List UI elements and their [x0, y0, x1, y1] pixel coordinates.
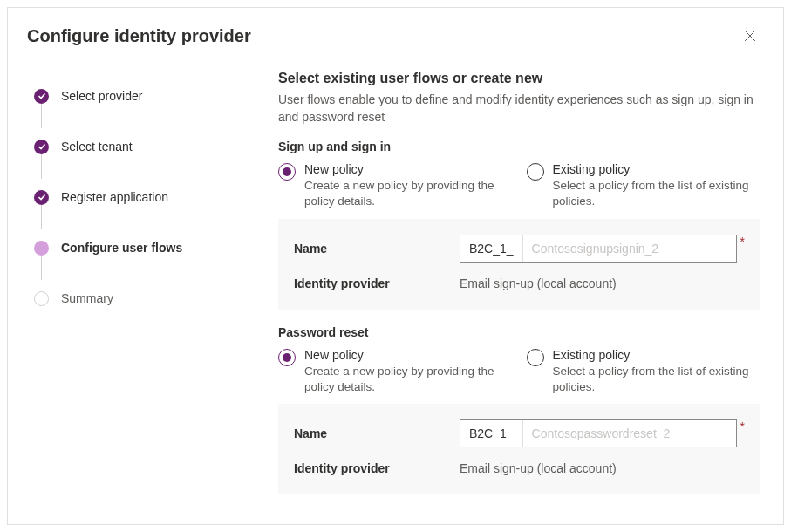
radio-label: Existing policy — [553, 162, 761, 176]
close-button[interactable] — [736, 22, 764, 50]
signup-policy-choice: New policy Create a new policy by provid… — [278, 162, 760, 209]
radio-description: Select a policy from the list of existin… — [553, 364, 761, 395]
step-label: Select provider — [61, 89, 142, 103]
reset-form: Name B2C_1_ * Identity provider Email si… — [278, 404, 760, 494]
step-select-tenant[interactable]: Select tenant — [34, 121, 243, 172]
section-title-reset: Password reset — [278, 325, 760, 339]
signup-name-input-wrap: B2C_1_ — [460, 235, 737, 263]
radio-label: Existing policy — [553, 348, 761, 362]
current-step-icon — [34, 241, 49, 256]
signup-idp-row: Identity provider Email sign-up (local a… — [294, 269, 745, 297]
reset-idp-row: Identity provider Email sign-up (local a… — [294, 454, 745, 482]
main-content: Select existing user flows or create new… — [252, 58, 783, 525]
configure-idp-panel: Configure identity provider Select provi… — [7, 7, 784, 525]
panel-header: Configure identity provider — [8, 8, 783, 58]
check-icon — [34, 89, 49, 104]
signup-new-policy-radio[interactable]: New policy Create a new policy by provid… — [278, 162, 513, 209]
reset-name-row: Name B2C_1_ * — [294, 413, 745, 454]
input-prefix: B2C_1_ — [460, 420, 523, 447]
step-label: Register application — [61, 190, 168, 204]
signup-name-row: Name B2C_1_ * — [294, 228, 745, 269]
step-label: Select tenant — [61, 140, 133, 153]
pending-step-icon — [34, 291, 49, 306]
radio-description: Create a new policy by providing the pol… — [304, 364, 513, 395]
step-summary[interactable]: Summary — [34, 273, 243, 324]
radio-label: New policy — [304, 348, 513, 362]
field-label: Identity provider — [294, 461, 460, 475]
close-icon — [744, 30, 756, 42]
radio-unselected-icon — [527, 163, 544, 181]
panel-body: Select provider Select tenant Register a… — [8, 58, 783, 525]
check-icon — [34, 140, 49, 154]
step-label: Summary — [61, 291, 113, 305]
step-register-application[interactable]: Register application — [34, 172, 243, 222]
signup-idp-value: Email sign-up (local account) — [460, 276, 617, 290]
signup-form: Name B2C_1_ * Identity provider Email si… — [278, 219, 760, 310]
radio-description: Select a policy from the list of existin… — [553, 178, 761, 209]
signup-name-input[interactable] — [523, 235, 736, 262]
radio-selected-icon — [278, 163, 296, 181]
field-label: Name — [294, 426, 460, 440]
signup-existing-policy-radio[interactable]: Existing policy Select a policy from the… — [527, 162, 761, 209]
reset-policy-choice: New policy Create a new policy by provid… — [278, 348, 760, 395]
required-asterisk: * — [740, 419, 745, 433]
panel-title: Configure identity provider — [27, 26, 251, 46]
radio-selected-icon — [278, 349, 296, 366]
step-label: Configure user flows — [61, 241, 182, 255]
reset-new-policy-radio[interactable]: New policy Create a new policy by provid… — [278, 348, 513, 395]
radio-unselected-icon — [527, 349, 544, 366]
section-title-signup: Sign up and sign in — [278, 140, 760, 153]
page-heading: Select existing user flows or create new — [278, 71, 760, 86]
field-label: Identity provider — [294, 276, 460, 290]
reset-name-input[interactable] — [523, 420, 736, 447]
radio-description: Create a new policy by providing the pol… — [304, 178, 513, 209]
required-asterisk: * — [740, 235, 745, 249]
reset-existing-policy-radio[interactable]: Existing policy Select a policy from the… — [527, 348, 761, 395]
page-intro: User flows enable you to define and modi… — [278, 92, 760, 126]
reset-name-input-wrap: B2C_1_ — [460, 419, 737, 447]
radio-label: New policy — [304, 162, 513, 176]
check-icon — [34, 190, 49, 205]
reset-idp-value: Email sign-up (local account) — [460, 461, 617, 475]
input-prefix: B2C_1_ — [460, 235, 523, 262]
wizard-steps: Select provider Select tenant Register a… — [8, 58, 252, 525]
field-label: Name — [294, 242, 460, 256]
step-select-provider[interactable]: Select provider — [34, 71, 243, 121]
step-configure-user-flows[interactable]: Configure user flows — [34, 222, 243, 273]
